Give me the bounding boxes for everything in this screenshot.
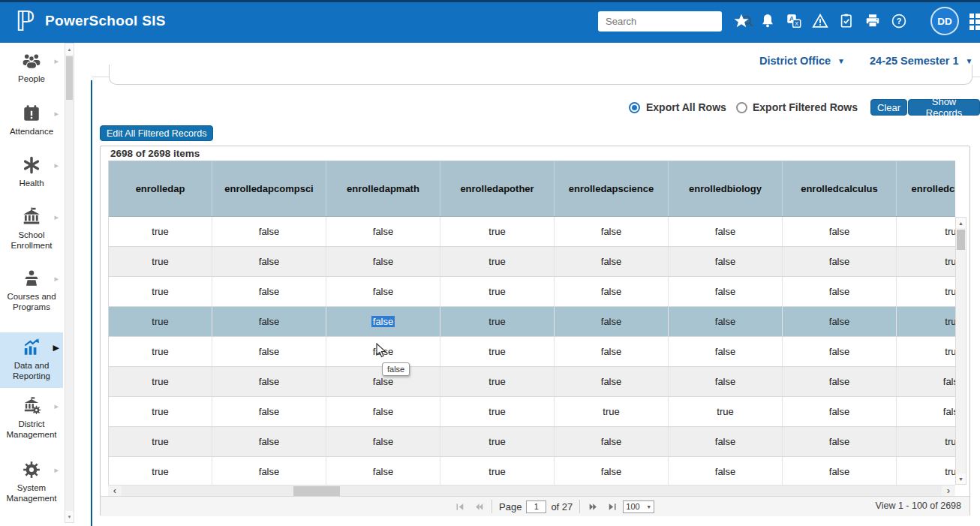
table-cell[interactable]: true xyxy=(555,397,669,426)
table-cell[interactable]: false xyxy=(555,247,669,276)
column-header-enrolledapscience[interactable]: enrolledapscience xyxy=(555,161,669,216)
table-cell[interactable]: false xyxy=(669,277,783,306)
search-input[interactable] xyxy=(598,16,741,27)
table-cell[interactable]: true xyxy=(669,397,783,426)
table-row[interactable]: truefalsefalsetruefalsefalsefalsetrue xyxy=(109,427,955,457)
system-alerts-icon[interactable] xyxy=(812,13,828,29)
table-cell[interactable]: false xyxy=(783,277,897,306)
table-cell[interactable]: false xyxy=(669,307,783,336)
table-cell[interactable]: true xyxy=(109,217,212,246)
table-cell[interactable]: true xyxy=(440,457,555,485)
table-cell[interactable]: true xyxy=(897,247,955,276)
table-cell[interactable]: false xyxy=(326,427,440,456)
table-cell[interactable]: false xyxy=(783,427,897,456)
table-cell[interactable]: false xyxy=(555,367,669,396)
scrollbar-thumb[interactable] xyxy=(293,486,340,496)
table-cell[interactable]: false xyxy=(212,307,326,336)
table-cell[interactable]: false xyxy=(897,397,955,426)
table-row[interactable]: truefalsefalsetruefalsefalsefalsetrue xyxy=(109,217,955,247)
table-cell[interactable]: true xyxy=(897,217,955,246)
table-row[interactable]: truefalsefalsetruefalsefalsefalsetrue xyxy=(109,247,955,277)
table-cell[interactable]: false xyxy=(555,307,669,336)
term-selector[interactable]: 24-25 Semester 1 ▼ xyxy=(870,55,972,67)
scroll-down-icon[interactable]: ▼ xyxy=(65,511,74,522)
table-row[interactable]: truefalsefalsetruefalsefalsefalsetrue xyxy=(109,337,955,367)
translate-icon[interactable]: AX xyxy=(786,13,802,29)
table-cell[interactable]: false xyxy=(669,457,783,485)
table-cell[interactable]: true xyxy=(109,457,212,485)
table-cell[interactable]: true xyxy=(109,277,212,306)
edit-all-filtered-records-button[interactable]: Edit All Filtered Records xyxy=(100,125,213,141)
report-queue-icon[interactable] xyxy=(838,13,855,29)
table-cell[interactable]: true xyxy=(440,397,555,426)
apps-menu-icon[interactable] xyxy=(969,14,980,30)
table-cell[interactable]: false xyxy=(555,217,669,246)
table-cell[interactable]: false xyxy=(555,337,669,366)
scroll-up-icon[interactable]: ▲ xyxy=(956,218,966,228)
page-size-select[interactable]: 100 ▼ xyxy=(623,500,654,513)
grid-vertical-scrollbar[interactable]: ▲ ▼ xyxy=(955,217,966,485)
table-cell[interactable]: false xyxy=(783,337,897,366)
export-filtered-rows-radio[interactable] xyxy=(736,102,747,113)
scrollbar-thumb[interactable] xyxy=(66,56,73,100)
column-header-enrolledbiology[interactable]: enrolledbiology xyxy=(669,161,783,216)
first-page-icon[interactable] xyxy=(453,500,467,513)
sidebar-item-courses-programs[interactable]: Courses and Programs ▸ xyxy=(0,269,63,312)
table-cell[interactable]: false xyxy=(326,217,440,246)
show-records-button[interactable]: Show Records xyxy=(908,99,980,116)
table-cell[interactable]: true xyxy=(440,427,555,456)
sidebar-item-school-enrollment[interactable]: School Enrollment ▸ xyxy=(0,207,63,251)
table-cell[interactable]: false xyxy=(783,307,897,336)
sidebar-item-people[interactable]: People ▸ xyxy=(0,51,63,85)
last-page-icon[interactable] xyxy=(605,500,618,513)
table-cell[interactable]: false xyxy=(783,217,897,246)
table-row[interactable]: truefalsefalsetruefalsefalsefalsefalse xyxy=(109,367,955,397)
help-icon[interactable]: ? xyxy=(891,13,907,29)
scroll-down-icon[interactable]: ▼ xyxy=(956,473,966,484)
table-cell[interactable]: false xyxy=(212,247,326,276)
table-cell[interactable]: false xyxy=(783,367,897,396)
print-icon[interactable] xyxy=(864,13,881,29)
table-cell[interactable]: false xyxy=(212,337,326,366)
table-cell[interactable]: false xyxy=(212,397,326,426)
table-cell[interactable]: false xyxy=(326,457,440,485)
table-cell[interactable]: true xyxy=(109,247,212,276)
table-cell[interactable]: true xyxy=(440,247,555,276)
table-cell[interactable]: true xyxy=(440,217,555,246)
global-search[interactable] xyxy=(598,11,722,32)
table-row[interactable]: truefalsefalsetruetruetruefalsefalse xyxy=(109,397,955,427)
table-cell[interactable]: false xyxy=(555,457,669,485)
favorites-icon[interactable] xyxy=(733,13,750,29)
page-number-input[interactable] xyxy=(526,500,546,513)
powerschool-logo-icon[interactable]: ℙ xyxy=(15,3,35,41)
table-cell[interactable]: false xyxy=(669,367,783,396)
sidebar-scrollbar[interactable]: ▲ ▼ xyxy=(65,43,74,523)
table-cell[interactable]: true xyxy=(897,307,955,336)
table-cell[interactable]: false xyxy=(212,457,326,485)
school-selector[interactable]: District Office ▼ xyxy=(759,55,845,67)
export-all-rows-radio[interactable] xyxy=(629,102,640,113)
table-cell[interactable]: true xyxy=(897,427,955,456)
table-cell[interactable]: false xyxy=(212,217,326,246)
table-cell[interactable]: false xyxy=(555,277,669,306)
sidebar-item-attendance[interactable]: Attendance ▸ xyxy=(0,104,63,137)
table-cell[interactable]: false xyxy=(783,457,897,485)
table-row[interactable]: truefalsefalsetruefalsefalsefalsetrue xyxy=(109,457,955,485)
table-cell[interactable]: false xyxy=(783,247,897,276)
table-cell[interactable]: true xyxy=(897,277,955,306)
table-cell[interactable]: false xyxy=(555,427,669,456)
sidebar-item-health[interactable]: Health ▸ xyxy=(0,155,63,189)
table-cell[interactable]: true xyxy=(109,337,212,366)
table-cell[interactable]: false xyxy=(326,397,440,426)
previous-page-icon[interactable] xyxy=(471,500,485,513)
table-cell[interactable]: true xyxy=(109,397,212,426)
table-cell[interactable]: false xyxy=(326,307,440,336)
table-cell[interactable]: true xyxy=(109,427,212,456)
table-cell[interactable]: false xyxy=(669,427,783,456)
notifications-icon[interactable] xyxy=(759,13,776,29)
next-page-icon[interactable] xyxy=(587,500,600,513)
table-cell[interactable]: true xyxy=(897,457,955,485)
table-cell[interactable]: true xyxy=(440,277,555,306)
table-cell[interactable]: false xyxy=(669,247,783,276)
table-row[interactable]: truefalsefalsetruefalsefalsefalsetrue xyxy=(109,307,955,337)
